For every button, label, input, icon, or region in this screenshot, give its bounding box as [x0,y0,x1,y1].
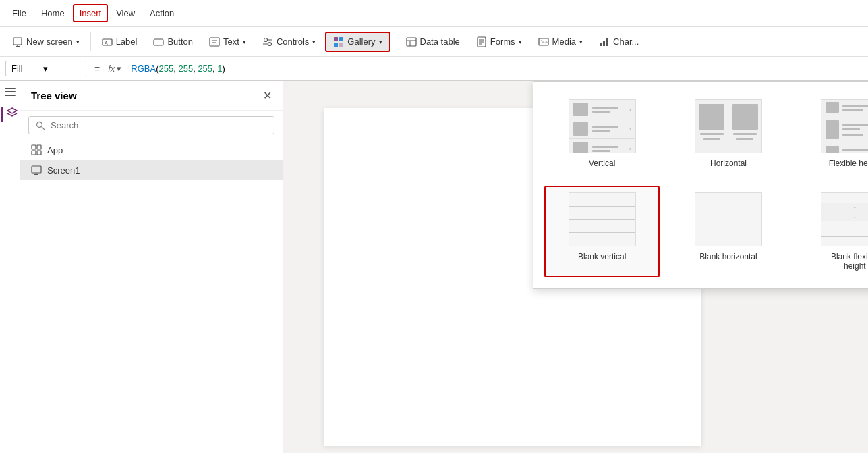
gallery-dropdown: › › [533,81,868,289]
horizontal-thumb [695,99,762,153]
gallery-option-horizontal[interactable]: Horizontal [670,92,786,175]
svg-rect-33 [32,151,36,155]
formula-text: RGBA(255, 255, 255, 1) [125,63,863,74]
fx-label: fx [108,63,115,74]
svg-point-12 [268,42,271,45]
vertical-thumb: › › [569,99,636,153]
svg-rect-26 [600,43,602,46]
formula-val2: 255 [178,63,193,74]
data-table-button[interactable]: Data table [399,33,467,51]
app-label: App [47,145,63,155]
svg-rect-6 [210,38,219,46]
blank-flex-height-thumb: ↑↓ [821,192,868,246]
svg-rect-5 [154,39,163,45]
layers-icon[interactable] [1,107,18,122]
ribbon: New screen ▾ A Label Button Text ▾ Contr… [0,27,868,57]
new-screen-button[interactable]: New screen ▾ [5,33,86,51]
close-button[interactable]: ✕ [263,89,272,102]
charts-icon [599,36,610,47]
media-label: Media [552,36,576,47]
gallery-chevron: ▾ [379,38,382,45]
new-screen-icon [12,36,23,47]
blank-vertical-thumb [569,192,636,246]
menu-action[interactable]: Action [143,4,181,22]
svg-rect-17 [407,38,416,46]
new-screen-chevron: ▾ [76,38,80,45]
label-button[interactable]: A Label [95,33,144,51]
text-button[interactable]: Text ▾ [202,33,253,51]
text-chevron: ▾ [243,38,246,45]
property-dropdown[interactable]: Fill ▾ [5,61,86,76]
main-layout: Tree view ✕ App Screen1 [0,81,868,453]
screen-icon [31,165,42,176]
property-chevron: ▾ [43,63,48,74]
gallery-icon [333,36,344,47]
forms-label: Forms [490,36,515,47]
svg-rect-35 [32,166,41,173]
gallery-option-flex-height[interactable]: ↑↓ Flexible height [797,92,868,175]
hamburger-icon[interactable] [5,88,16,96]
label-label: Label [116,36,138,47]
fx-area: fx ▾ [108,63,121,74]
flex-height-thumb: ↑↓ [821,99,868,153]
menu-bar: File Home Insert View Action [0,0,868,27]
menu-insert[interactable]: Insert [73,4,109,22]
controls-button[interactable]: Controls ▾ [256,33,322,51]
button-button[interactable]: Button [146,33,200,51]
screen1-label: Screen1 [47,165,80,176]
equals-sign: = [90,63,104,74]
svg-rect-27 [603,41,605,46]
gallery-option-blank-horizontal[interactable]: Blank horizontal [670,186,786,277]
ribbon-sep-2 [395,32,395,51]
tree-header-left: Tree view [31,90,77,101]
flex-height-label: Flexible height [829,159,868,168]
tree-title: Tree view [31,90,77,101]
media-button[interactable]: Media ▾ [531,33,589,51]
forms-icon [476,36,487,47]
tree-item-app[interactable]: App [20,140,283,160]
svg-rect-31 [32,145,36,149]
gallery-label: Gallery [347,36,375,47]
fx-chevron: ▾ [117,63,121,74]
menu-file[interactable]: File [5,4,33,22]
vertical-label: Vertical [589,159,615,168]
svg-line-30 [42,126,45,130]
media-icon [538,36,549,47]
forms-button[interactable]: Forms ▾ [469,33,529,51]
gallery-grid: › › [544,92,868,277]
property-label: Fill [11,63,23,74]
search-box[interactable] [28,116,274,134]
controls-chevron: ▾ [312,38,316,45]
label-icon: A [102,36,113,47]
blank-flex-height-label: Blank flexibleheight [831,252,868,271]
canvas-area: › › [283,81,868,453]
gallery-option-vertical[interactable]: › › [544,92,660,175]
menu-view[interactable]: View [109,4,142,22]
button-label: Button [167,36,193,47]
forms-chevron: ▾ [519,38,522,45]
blank-horizontal-thumb [695,192,762,246]
horizontal-label: Horizontal [710,159,747,168]
tree-item-screen1[interactable]: Screen1 [20,160,283,180]
svg-point-29 [37,122,42,127]
tree-header: Tree view ✕ [20,81,283,111]
data-table-label: Data table [420,36,460,47]
new-screen-label: New screen [26,36,73,47]
gallery-option-blank-vertical[interactable]: Blank vertical [544,186,660,277]
svg-text:A: A [105,41,108,45]
search-icon [36,121,45,130]
menu-home[interactable]: Home [34,4,71,22]
svg-rect-13 [334,37,338,41]
formula-val4: 1 [217,63,222,74]
svg-point-9 [264,38,267,41]
charts-label: Char... [613,36,639,47]
gallery-button[interactable]: Gallery ▾ [325,32,390,52]
button-icon [153,36,164,47]
search-input[interactable] [51,120,267,130]
controls-icon [262,36,273,47]
svg-rect-0 [13,38,22,45]
svg-rect-28 [606,38,608,46]
charts-button[interactable]: Char... [592,33,645,51]
svg-rect-32 [37,145,41,149]
gallery-option-blank-flex-height[interactable]: ↑↓ Blank flexibleheight [797,186,868,277]
